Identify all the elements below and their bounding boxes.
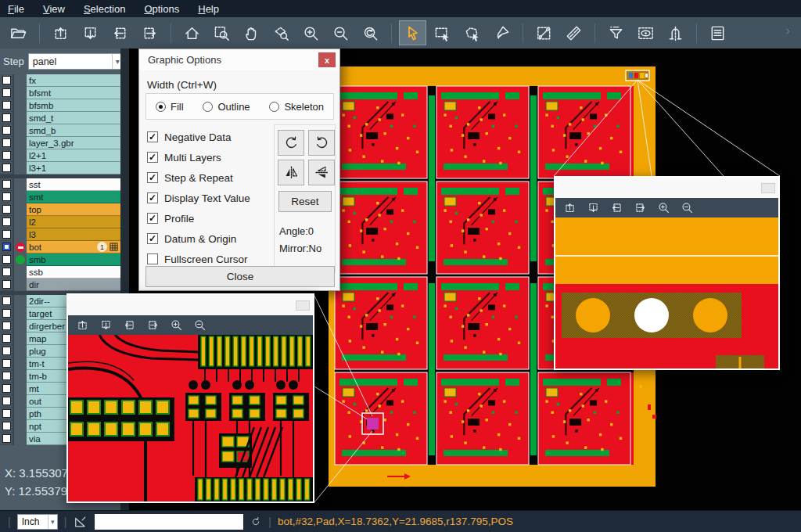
- layer-visibility-checkbox-l2[interactable]: [2, 217, 11, 226]
- layer-visibility-checkbox-2dir[interactable]: [2, 297, 11, 305]
- popup-pan-down-button[interactable]: [99, 318, 113, 332]
- zoom-out-button[interactable]: [327, 20, 354, 45]
- popup-zoom-out-button[interactable]: [193, 318, 207, 332]
- zoom-previous-button[interactable]: [357, 20, 384, 45]
- layer-label-l3-1[interactable]: l3+1: [27, 162, 120, 174]
- layer-visibility-checkbox-ssb[interactable]: [2, 268, 11, 276]
- measure-ruler-button[interactable]: [560, 20, 587, 45]
- popup-window-button[interactable]: [296, 300, 310, 311]
- layer-visibility-checkbox-pth[interactable]: [2, 409, 11, 418]
- pan-left-button[interactable]: [106, 20, 134, 45]
- dialog-close-button[interactable]: x: [318, 52, 336, 67]
- layer-visibility-checkbox-npt[interactable]: [2, 422, 11, 430]
- layer-visibility-checkbox-plug[interactable]: [2, 347, 11, 355]
- pan-down-button[interactable]: [77, 20, 104, 45]
- select-rectangle-button[interactable]: [429, 20, 456, 45]
- popup-pan-up-button[interactable]: [563, 201, 577, 214]
- report-button[interactable]: [704, 20, 731, 45]
- command-input[interactable]: [95, 514, 243, 530]
- mirror-horizontal-button[interactable]: [278, 160, 304, 185]
- menu-help[interactable]: Help: [198, 3, 219, 15]
- grid-icon[interactable]: [110, 243, 118, 251]
- layer-visibility-checkbox-out[interactable]: [2, 397, 11, 405]
- layer-label-smb[interactable]: smb: [27, 253, 120, 266]
- layer-visibility-checkbox-top[interactable]: [2, 205, 11, 214]
- layer-label-bfsmt[interactable]: bfsmt: [27, 87, 120, 99]
- checkbox-negative-data[interactable]: ✓Negative Data: [147, 127, 250, 147]
- layer-label-ssb[interactable]: ssb: [27, 266, 120, 279]
- layer-visibility-checkbox-smb[interactable]: [2, 255, 11, 264]
- layer-visibility-checkbox-map[interactable]: [2, 334, 11, 343]
- popup-pan-left-button[interactable]: [123, 318, 136, 332]
- menu-selection[interactable]: Selection: [84, 3, 125, 15]
- menu-file[interactable]: File: [8, 3, 24, 15]
- layer-label-smd-t[interactable]: smd_t: [27, 112, 120, 124]
- popup-pan-right-button[interactable]: [634, 201, 647, 214]
- layer-visibility-checkbox-via[interactable]: [2, 434, 11, 443]
- unit-select[interactable]: Inch ▾: [17, 514, 58, 530]
- checkbox-profile[interactable]: ✓Profile: [147, 208, 250, 228]
- layer-label-dir[interactable]: dir: [27, 279, 120, 291]
- pan-hand-button[interactable]: [238, 20, 265, 45]
- checkbox-display-text-value[interactable]: ✓Display Text Value: [147, 188, 250, 208]
- layer-visibility-checkbox-dirgerber[interactable]: [2, 322, 11, 330]
- menu-options[interactable]: Options: [144, 3, 179, 15]
- checkbox-datum-origin[interactable]: ✓Datum & Origin: [147, 228, 250, 249]
- popup-pan-left-button[interactable]: [610, 201, 623, 214]
- layer-visibility-checkbox-tm-b[interactable]: [2, 372, 11, 380]
- pan-right-button[interactable]: [136, 20, 163, 45]
- layer-label-bfsmb[interactable]: bfsmb: [27, 99, 120, 112]
- layer-visibility-checkbox-sst[interactable]: [2, 180, 11, 189]
- menu-view[interactable]: View: [43, 3, 65, 15]
- rotate-cw-button[interactable]: [278, 130, 304, 156]
- popup-window-button[interactable]: [761, 183, 775, 193]
- layer-label-l3[interactable]: l3: [27, 228, 120, 241]
- checkbox-multi-layers[interactable]: ✓Multi Layers: [147, 147, 250, 167]
- rotate-ccw-button[interactable]: [308, 130, 335, 156]
- popup-zoom-in-button[interactable]: [657, 201, 670, 214]
- mirror-vertical-button[interactable]: [308, 160, 335, 185]
- layer-visibility-checkbox-l2-1[interactable]: [2, 151, 11, 160]
- popup-pan-up-button[interactable]: [76, 318, 89, 332]
- step-select[interactable]: panel ▾: [28, 53, 124, 70]
- zoom-popup-content[interactable]: [68, 335, 313, 501]
- popup-zoom-in-button[interactable]: [170, 318, 183, 332]
- layer-visibility-checkbox-bfsmt[interactable]: [2, 88, 11, 97]
- layer-visibility-checkbox-target[interactable]: [2, 309, 11, 318]
- refresh-icon[interactable]: [250, 516, 262, 528]
- zoom-object-button[interactable]: [268, 20, 295, 45]
- measure-line-button[interactable]: [530, 20, 558, 45]
- checkbox-step-repeat[interactable]: ✓Step & Repeat: [147, 167, 250, 188]
- snap-button[interactable]: [662, 20, 689, 45]
- layer-visibility-checkbox-l3-1[interactable]: [2, 164, 11, 172]
- layer-label-layer-3-gbr[interactable]: layer_3.gbr: [27, 137, 120, 149]
- layer-visibility-checkbox-fx[interactable]: [2, 76, 11, 84]
- select-arrow-button[interactable]: [399, 20, 426, 45]
- layer-label-bot[interactable]: bot1: [27, 241, 120, 253]
- layer-visibility-checkbox-smd-b[interactable]: [2, 126, 11, 135]
- zoom-popup-content[interactable]: [555, 217, 778, 368]
- popup-pan-down-button[interactable]: [587, 201, 600, 214]
- view-area-button[interactable]: [632, 20, 659, 45]
- popup-zoom-out-button[interactable]: [681, 201, 694, 214]
- popup-pan-right-button[interactable]: [146, 318, 160, 332]
- layer-label-sst[interactable]: sst: [27, 178, 120, 191]
- layer-visibility-checkbox-smt[interactable]: [2, 192, 11, 201]
- layer-visibility-checkbox-tm-t[interactable]: [2, 359, 11, 368]
- filter-button[interactable]: [602, 20, 630, 45]
- zoom-in-button[interactable]: [297, 20, 325, 45]
- layer-label-smd-b[interactable]: smd_b: [27, 124, 120, 137]
- layer-visibility-checkbox-smd-t[interactable]: [2, 113, 11, 122]
- pan-up-button[interactable]: [47, 20, 74, 45]
- layer-label-l2[interactable]: l2: [27, 216, 120, 228]
- zoom-window-button[interactable]: [208, 20, 235, 45]
- home-view-button[interactable]: [178, 20, 206, 45]
- toolbar-overflow-icon[interactable]: [782, 26, 793, 40]
- layer-label-smt[interactable]: smt: [27, 191, 120, 203]
- layer-visibility-checkbox-dir[interactable]: [2, 280, 11, 289]
- brush-button[interactable]: [488, 20, 515, 45]
- layer-visibility-checkbox-mt[interactable]: [2, 384, 11, 393]
- layer-visibility-checkbox-layer-3-gbr[interactable]: [2, 138, 11, 147]
- reset-button[interactable]: Reset: [278, 191, 332, 212]
- layer-visibility-checkbox-l3[interactable]: [2, 230, 11, 239]
